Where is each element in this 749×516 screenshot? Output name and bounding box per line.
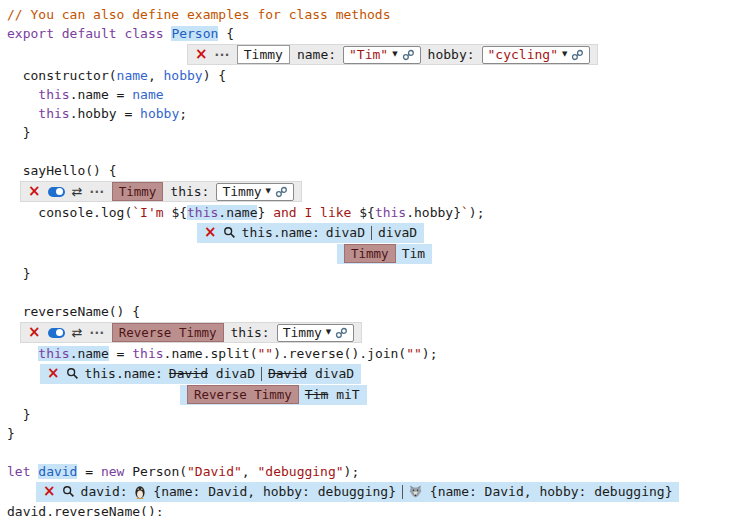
swap-icon[interactable]: ⇄ (72, 185, 83, 198)
example-widget: ×···Timmyname:"Tim"▼hobby:"cycling"▼ (187, 44, 598, 65)
caret-down-icon: ▼ (562, 51, 567, 58)
code-line: } (7, 264, 749, 283)
code-token: name (132, 87, 163, 102)
code-token: let (7, 464, 38, 479)
example-chip[interactable]: Reverse Timmy (187, 385, 299, 404)
code-token: constructor( (7, 68, 117, 83)
code-token: David (169, 364, 208, 383)
result-annotation-row: TimmyTim (7, 243, 749, 264)
watch-label: david: (81, 482, 128, 501)
code-token: Person( (132, 464, 187, 479)
code-token: David (268, 364, 307, 383)
magnifier-icon[interactable] (223, 226, 236, 239)
example-chip[interactable]: Reverse Timmy (112, 323, 224, 342)
code-token: {name: David, hobby: debugging} (422, 482, 672, 501)
code-line: } (7, 405, 749, 424)
value-select[interactable]: "cycling"▼ (482, 46, 591, 64)
code-token: sayHello() { (7, 163, 117, 178)
example-chip[interactable]: Timmy (112, 182, 164, 201)
link-icon[interactable] (571, 49, 584, 61)
caret-down-icon: ▼ (266, 188, 271, 195)
link-icon[interactable] (275, 186, 288, 198)
code-editor: // You can also define examples for clas… (0, 0, 749, 516)
close-icon[interactable]: × (204, 225, 217, 240)
blank-line (7, 142, 749, 161)
code-token: new (101, 464, 132, 479)
code-line: this.name = name (7, 85, 749, 104)
watch-annotation: ×david: {name: David, hobby: debugging} … (36, 482, 679, 502)
widget-label: this: (170, 182, 209, 201)
code-token: this (38, 87, 69, 102)
code-token: .name (70, 346, 109, 361)
link-icon[interactable] (335, 327, 348, 339)
code-token: , (148, 68, 164, 83)
magnifier-icon[interactable] (66, 367, 79, 380)
value-select[interactable]: Timmy▼ (216, 183, 294, 201)
penguin-icon (134, 485, 146, 499)
watch-label: this.name: (85, 364, 163, 383)
code-token: console.log( (7, 205, 132, 220)
code-token (7, 106, 38, 121)
watch-annotation: ×this.name:David divaDDavid divaD (40, 364, 361, 384)
watch-annotation-row: ×this.name:David divaDDavid divaD (7, 363, 749, 384)
code-line: reverseName() { (7, 302, 749, 321)
code-token: ${ (359, 205, 375, 220)
code-token: "" (257, 346, 273, 361)
more-options-icon[interactable]: ··· (89, 186, 104, 198)
code-token: } (453, 205, 461, 220)
code-token: ); (344, 464, 360, 479)
example-name-box[interactable]: Timmy (237, 45, 290, 64)
more-options-icon[interactable]: ··· (215, 49, 230, 61)
code-token: .name (218, 205, 257, 220)
code-line: constructor(name, hobby) { (7, 66, 749, 85)
result-annotation: Reverse TimmyTim miT (180, 385, 367, 405)
swap-icon[interactable]: ⇄ (72, 326, 83, 339)
code-token: divaD (326, 223, 365, 242)
code-token: this (132, 346, 163, 361)
toggle-on-icon[interactable] (48, 187, 65, 197)
code-token: david.reverseName(); (7, 504, 164, 516)
code-token: ` (461, 205, 469, 220)
close-icon[interactable]: × (47, 366, 60, 381)
code-token: } (7, 266, 30, 281)
value-select[interactable]: "Tim"▼ (343, 46, 421, 64)
watch-value-right: {name: David, hobby: debugging} (409, 482, 672, 501)
toggle-on-icon[interactable] (48, 328, 65, 338)
code-token: ${ (171, 205, 187, 220)
code-token: divaD (307, 364, 354, 383)
code-token: "" (406, 346, 422, 361)
code-token: Person (171, 26, 218, 41)
close-icon[interactable]: × (195, 47, 208, 62)
example-widget: ×⇄···Timmythis:Timmy▼ (20, 181, 302, 202)
close-icon[interactable]: × (28, 325, 41, 340)
close-icon[interactable]: × (43, 484, 56, 499)
result-value: Tim miT (305, 385, 360, 404)
select-value: "cycling" (488, 45, 558, 64)
code-token: } (7, 407, 30, 422)
result-annotation-row: Reverse TimmyTim miT (7, 384, 749, 405)
link-icon[interactable] (402, 49, 415, 61)
example-widget: ×⇄···Reverse Timmythis:Timmy▼ (20, 322, 362, 343)
code-token (7, 346, 38, 361)
widget-label: name: (297, 45, 336, 64)
code-line: console.log(`I'm ${this.name} and I like… (7, 203, 749, 222)
widget-label: hobby: (428, 45, 475, 64)
code-token: this (187, 205, 218, 220)
wolf-icon (409, 485, 422, 498)
more-options-icon[interactable]: ··· (89, 327, 104, 339)
magnifier-icon[interactable] (62, 485, 75, 498)
caret-down-icon: ▼ (326, 329, 331, 336)
code-line: let david = new Person("David", "debuggi… (7, 462, 749, 481)
close-icon[interactable]: × (28, 184, 41, 199)
code-token: .hobby (406, 205, 453, 220)
code-token: .hobby = (70, 106, 140, 121)
code-token: // You can also define examples for clas… (7, 7, 391, 22)
code-token: ); (469, 205, 485, 220)
example-chip[interactable]: Timmy (344, 244, 396, 263)
code-token: divaD (208, 364, 255, 383)
code-line: } (7, 424, 749, 443)
watch-annotation-row: ×david: {name: David, hobby: debugging} … (7, 481, 749, 502)
widget-row: ×⇄···Timmythis:Timmy▼ (7, 180, 749, 203)
value-select[interactable]: Timmy▼ (277, 324, 355, 342)
code-line: this.name = this.name.split("").reverse(… (7, 344, 749, 363)
